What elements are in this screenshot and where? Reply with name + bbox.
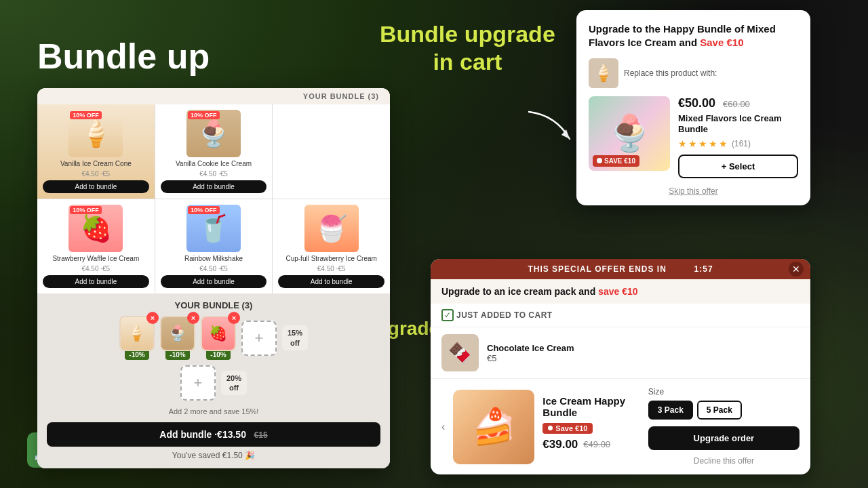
add-bundle-label: Add bundle ·€13.50 (159, 429, 246, 440)
popup-size-options: 3 Pack 5 Pack (648, 401, 800, 420)
bundle-product-img-2: 🍨 10% OFF (186, 110, 241, 157)
bundle-slot-badge-3 (228, 312, 240, 324)
bundle-product-price-4: €4.50 ·€5 (199, 265, 228, 272)
bundle-slot-discount-3: -10% (206, 350, 230, 360)
popup-close-btn[interactable]: ✕ (789, 262, 804, 277)
bundle-product-price-1: €4.50 ·€5 (81, 170, 110, 178)
popup-save-badge: Save €10 (542, 423, 593, 434)
bundle-slot-3-container: 🍓 -10% (201, 316, 236, 360)
upgrade-cart-skip[interactable]: Skip this offer (589, 186, 798, 196)
popup-price-new: €39.00 (542, 438, 578, 451)
add-to-bundle-btn-2[interactable]: Add to bundle (161, 180, 267, 193)
bundle-slot-2: 🍨 (160, 316, 195, 351)
bundle-slot-badge-1 (146, 312, 159, 324)
add-to-bundle-btn-1[interactable]: Add to bundle (43, 180, 149, 193)
popup-header-label: THIS SPECIAL OFFER ENDS IN (528, 264, 666, 274)
bundle-upgrade-cart-widget: Upgrade to the Happy Bundle of Mixed Fla… (576, 10, 810, 205)
popup-cart-item-info: Chocolate Ice Cream €5 (487, 343, 800, 363)
upgrade-cart-product-price-old: €60.00 (723, 99, 750, 109)
popup-upgrade-item-row: ‹ 🍰 Ice Cream Happy Bundle Save €10 €39.… (431, 379, 810, 474)
bundle-upgrade-cart-label: Bundle upgradein cart (380, 20, 555, 76)
popup-size-5pack-btn[interactable]: 5 Pack (697, 401, 742, 420)
svg-marker-1 (561, 129, 570, 139)
popup-size-label: Size (648, 387, 800, 396)
bundle-product-2: 🍨 10% OFF Vanilla Cookie Ice Cream €4.50… (155, 104, 273, 199)
upgrade-cart-select-btn[interactable]: + Select (678, 155, 798, 178)
bundle-slot-2-container: 🍨 -10% (160, 316, 195, 360)
popup-price-row: €39.00 €49.00 (542, 438, 639, 451)
bundle-slot-badge-2 (187, 312, 199, 324)
bundle-upgrade-popup-widget: THIS SPECIAL OFFER ENDS IN 1:57 ✕ Upgrad… (431, 259, 810, 474)
popup-upgrade-title: Upgrade to an ice cream pack and save €1… (431, 279, 810, 304)
bundle-product-img-5: 🍧 (304, 205, 359, 252)
popup-cart-item-img: 🍫 (441, 334, 479, 371)
bundle-product-price-5: €4.50 ·€5 (317, 265, 346, 272)
upgrade-cart-save-badge: SAVE €10 (593, 155, 639, 167)
upgrade-cart-product-row: 🍨 SAVE €10 €50.00 €60.00 Mixed Flavors I… (589, 96, 798, 179)
bundle-original-price: €15 (254, 430, 268, 440)
add-to-bundle-btn-5[interactable]: Add to bundle (278, 275, 384, 288)
bundle-row-2: + 20%off (48, 365, 379, 401)
popup-price-old: €49.00 (583, 439, 610, 449)
popup-header-bar: THIS SPECIAL OFFER ENDS IN 1:57 ✕ (431, 259, 810, 279)
bundle-slot-1: 🍦 (119, 316, 155, 351)
popup-cart-item-price: €5 (487, 353, 800, 363)
popup-decline-btn[interactable]: Decline this offer (648, 456, 800, 466)
popup-save-badge-text: Save €10 (555, 424, 587, 432)
bundle-add-slot-2[interactable]: + (180, 365, 216, 401)
bundle-product-badge-4: 10% OFF (188, 206, 220, 214)
bundle-save-20-label: 20%off (221, 371, 247, 396)
bundle-action-bar[interactable]: Add bundle ·€13.50 €15 (47, 422, 380, 447)
bundle-product-badge-2: 10% OFF (188, 111, 220, 119)
bundle-slots: 🍦 -10% 🍨 -10% 🍓 -10% + (48, 316, 379, 360)
popup-upgrade-item-details: Ice Cream Happy Bundle Save €10 €39.00 €… (542, 395, 639, 458)
popup-timer: 1:57 (694, 264, 713, 274)
bundle-product-name-3: Strawberry Waffle Ice Cream (52, 255, 139, 262)
bundle-product-img-1: 🍦 10% OFF (68, 110, 123, 157)
star-5-half: ★ (719, 138, 728, 149)
bundle-product-name-2: Vanilla Cookie Ice Cream (176, 160, 252, 167)
bundle-add-cta: Add 2 more and save 15%! (48, 405, 379, 418)
popup-upgrade-item-img: 🍰 (453, 390, 534, 464)
bundle-product-name-5: Cup-full Strawberry Ice Cream (285, 255, 376, 262)
bundle-product-img-4: 🥤 10% OFF (186, 205, 241, 252)
add-to-bundle-btn-3[interactable]: Add to bundle (43, 275, 149, 288)
bundle-product-price-2: €4.50 ·€5 (199, 170, 228, 178)
your-bundle-header: YOUR BUNDLE (3) (48, 300, 379, 310)
star-4: ★ (709, 138, 717, 149)
popup-upgrade-save-text: save €10 (598, 286, 637, 297)
bundle-slot-3: 🍓 (201, 316, 236, 351)
bundle-product-price-3: €4.50 ·€5 (81, 265, 110, 272)
popup-added-to-cart-row: ✓ JUST ADDED TO CART (431, 304, 810, 327)
arrow-bundle-cart (522, 105, 576, 146)
bundle-spacer (273, 104, 390, 199)
bundle-product-name-1: Vanilla Ice Cream Cone (60, 160, 132, 167)
star-3: ★ (698, 138, 707, 149)
upgrade-cart-product-price-new: €50.00 €60.00 (678, 96, 798, 110)
save-badge-text: SAVE €10 (604, 157, 635, 165)
popup-nav-arrow-left[interactable]: ‹ (441, 421, 445, 433)
popup-size-3pack-btn[interactable]: 3 Pack (648, 401, 693, 420)
bundle-product-1: 🍦 10% OFF Vanilla Ice Cream Cone €4.50 ·… (37, 104, 155, 199)
bundle-product-img-3: 🍓 10% OFF (68, 205, 123, 252)
upgrade-cart-product-name: Mixed Flavors Ice Cream Bundle (678, 113, 798, 136)
popup-upgrade-order-btn[interactable]: Upgrade order (648, 426, 800, 450)
popup-cart-item: 🍫 Chocolate Ice Cream €5 (431, 327, 810, 379)
upgrade-cart-product-img: 🍨 SAVE €10 (589, 96, 670, 171)
top-bar-label: YOUR BUNDLE (3) (303, 92, 379, 100)
upgrade-cart-stars: ★ ★ ★ ★ ★ (161) (678, 138, 798, 149)
bundle-saved-bar: You've saved €1.50 🎉 (44, 451, 383, 466)
popup-added-check: ✓ (441, 309, 454, 321)
bundle-builder-widget: YOUR BUNDLE (3) 🍦 10% OFF Vanilla Ice Cr… (37, 88, 390, 468)
bundle-add-slot-1[interactable]: + (241, 321, 277, 356)
add-to-bundle-btn-4[interactable]: Add to bundle (161, 275, 267, 288)
bundle-product-4: 🥤 10% OFF Rainbow Milkshake €4.50 ·€5 Ad… (155, 199, 273, 293)
bundle-product-name-4: Rainbow Milkshake (184, 255, 243, 262)
upgrade-cart-replace-row: 🍦 Replace this product with: (589, 58, 798, 88)
bundle-save-15-label: 15%off (282, 325, 308, 350)
star-1: ★ (678, 138, 687, 149)
bundle-product-badge-1: 10% OFF (70, 111, 102, 119)
upgrade-cart-replace-text: Replace this product with: (624, 68, 717, 78)
bundle-product-badge-3: 10% OFF (70, 206, 102, 214)
upgrade-cart-save-text: Save €10 (700, 37, 743, 48)
